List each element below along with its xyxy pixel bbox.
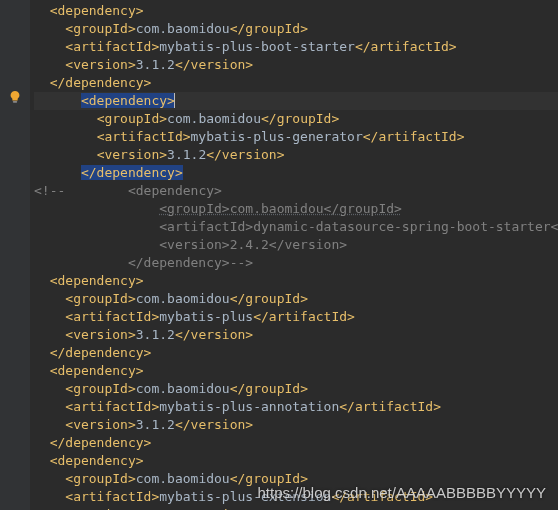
code-line[interactable]: <artifactId>mybatis-plus-generator</arti…: [34, 128, 558, 146]
xml-tag: <dependency>: [50, 363, 144, 378]
xml-tag: </version>: [175, 417, 253, 432]
code-line[interactable]: <artifactId>dynamic-datasource-spring-bo…: [34, 218, 558, 236]
xml-tag: </version>: [206, 147, 284, 162]
xml-tag: </version>: [175, 57, 253, 72]
code-line[interactable]: <dependency>: [34, 2, 558, 20]
xml-tag-selected: <dependency>: [81, 93, 175, 108]
code-line[interactable]: </dependency>: [34, 164, 558, 182]
code-line[interactable]: <version>3.1.2</version>: [34, 56, 558, 74]
code-line[interactable]: </dependency>: [34, 434, 558, 452]
xml-tag: </artifactId>: [363, 129, 465, 144]
code-editor[interactable]: <dependency> <groupId>com.baomidou</grou…: [0, 0, 558, 510]
code-line[interactable]: <version>3.1.2</version>: [34, 146, 558, 164]
xml-tag: <version>: [65, 417, 135, 432]
xml-tag: <artifactId>: [65, 309, 159, 324]
xml-text: 3.1.2: [136, 57, 175, 72]
code-line[interactable]: <version>3.1.2</version>: [34, 326, 558, 344]
xml-tag: <dependency>: [50, 453, 144, 468]
xml-tag: <version>: [97, 147, 167, 162]
xml-tag: </groupId>: [230, 21, 308, 36]
code-line[interactable]: <artifactId>mybatis-plus</artifactId>: [34, 308, 558, 326]
code-line[interactable]: <groupId>com.baomidou</groupId>: [34, 20, 558, 38]
xml-text: 3.1.2: [136, 327, 175, 342]
text-cursor: [174, 93, 175, 108]
xml-tag: </version>: [175, 327, 253, 342]
code-line[interactable]: <dependency>: [34, 272, 558, 290]
code-line[interactable]: </dependency>: [34, 74, 558, 92]
xml-tag: </dependency>: [50, 345, 152, 360]
editor-gutter: [0, 0, 30, 510]
svg-rect-0: [13, 101, 17, 103]
code-line[interactable]: <groupId>com.baomidou</groupId>: [34, 200, 558, 218]
xml-tag: <dependency>: [50, 3, 144, 18]
xml-tag: <artifactId>: [65, 489, 159, 504]
xml-tag: <artifactId>: [65, 39, 159, 54]
xml-tag: <version>: [65, 327, 135, 342]
xml-tag: <dependency>: [50, 273, 144, 288]
xml-tag: <groupId>: [97, 111, 167, 126]
xml-text: mybatis-plus-annotation: [159, 399, 339, 414]
xml-tag: </groupId>: [230, 291, 308, 306]
xml-comment: <artifactId>dynamic-datasource-spring-bo…: [34, 219, 558, 234]
xml-tag: <artifactId>: [97, 129, 191, 144]
xml-text: mybatis-plus-generator: [191, 129, 363, 144]
code-line[interactable]: <!-- <dependency>: [34, 182, 558, 200]
watermark-text: https://blog.csdn.net/AAAAABBBBBYYYYY: [258, 484, 547, 502]
xml-tag: <groupId>: [65, 21, 135, 36]
xml-tag: <artifactId>: [65, 399, 159, 414]
xml-text: 3.1.2: [136, 417, 175, 432]
xml-tag: <version>: [65, 57, 135, 72]
xml-tag: <groupId>: [65, 381, 135, 396]
code-line[interactable]: </dependency>: [34, 344, 558, 362]
code-line-current[interactable]: <dependency>: [34, 92, 558, 110]
lightbulb-icon[interactable]: [8, 90, 22, 104]
code-line[interactable]: <dependency>: [34, 362, 558, 380]
xml-text: com.baomidou: [136, 21, 230, 36]
xml-tag: </artifactId>: [253, 309, 355, 324]
xml-tag: <groupId>: [65, 291, 135, 306]
xml-tag: </dependency>: [50, 75, 152, 90]
xml-text: com.baomidou: [167, 111, 261, 126]
code-line[interactable]: <artifactId>mybatis-plus-boot-starter</a…: [34, 38, 558, 56]
xml-tag: </dependency>: [50, 435, 152, 450]
xml-tag: </artifactId>: [339, 399, 441, 414]
code-line[interactable]: <version>3.1.2</version>: [34, 506, 558, 510]
code-line[interactable]: <groupId>com.baomidou</groupId>: [34, 110, 558, 128]
xml-comment: </dependency>-->: [34, 255, 253, 270]
code-line[interactable]: </dependency>-->: [34, 254, 558, 272]
xml-tag-selected: </dependency>: [81, 165, 183, 180]
xml-tag: </artifactId>: [355, 39, 457, 54]
code-line[interactable]: <version>3.1.2</version>: [34, 416, 558, 434]
xml-text: com.baomidou: [136, 291, 230, 306]
xml-text: mybatis-plus: [159, 309, 253, 324]
xml-comment: <!-- <dependency>: [34, 183, 222, 198]
xml-tag: </groupId>: [230, 381, 308, 396]
xml-text: mybatis-plus-boot-starter: [159, 39, 355, 54]
xml-tag: <groupId>: [65, 471, 135, 486]
code-line[interactable]: <dependency>: [34, 452, 558, 470]
xml-text: com.baomidou: [136, 471, 230, 486]
xml-comment: <groupId>com.baomidou</groupId>: [34, 201, 402, 216]
code-line[interactable]: <version>2.4.2</version>: [34, 236, 558, 254]
code-line[interactable]: <groupId>com.baomidou</groupId>: [34, 290, 558, 308]
xml-text: com.baomidou: [136, 381, 230, 396]
code-line[interactable]: <artifactId>mybatis-plus-annotation</art…: [34, 398, 558, 416]
xml-text: 3.1.2: [167, 147, 206, 162]
xml-comment: <version>2.4.2</version>: [34, 237, 347, 252]
xml-tag: </groupId>: [261, 111, 339, 126]
code-line[interactable]: <groupId>com.baomidou</groupId>: [34, 380, 558, 398]
code-area[interactable]: <dependency> <groupId>com.baomidou</grou…: [30, 2, 558, 510]
